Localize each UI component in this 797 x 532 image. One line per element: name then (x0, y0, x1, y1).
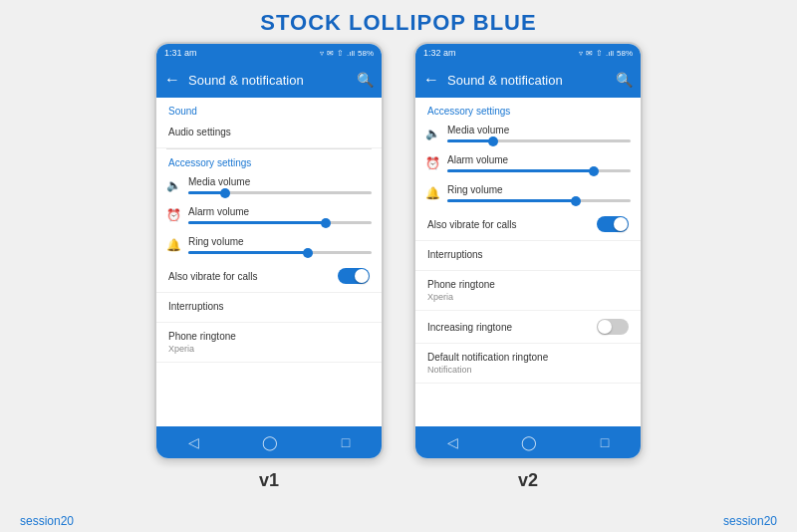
v2-alarm-fill (447, 169, 594, 172)
footer-left: session20 (20, 514, 74, 528)
v1-media-volume-icon: 🔈 (166, 178, 180, 192)
v2-media-volume: 🔈 Media volume (415, 119, 641, 148)
v2-recents-nav[interactable]: □ (601, 434, 609, 450)
v2-phone-ringtone[interactable]: Phone ringtone Xperia (415, 271, 641, 311)
v2-status-icons: ▿ ✉ ⇧ .ıll 58% (579, 49, 633, 58)
v1-label: v1 (259, 470, 279, 491)
v1-vibrate-row[interactable]: Also vibrate for calls (156, 260, 382, 293)
v1-wrapper: 1:31 am ▿ ✉ ⇧ .ıll 58% ← Sound & notific… (154, 42, 384, 491)
v2-phone: 1:32 am ▿ ✉ ⇧ .ıll 58% ← Sound & notific… (413, 42, 643, 460)
v2-increasing-ringtone-label: Increasing ringtone (427, 322, 597, 333)
v1-alarm-slider[interactable] (188, 221, 372, 224)
v1-ring-volume-icon: 🔔 (166, 238, 180, 252)
v1-vibrate-toggle[interactable] (338, 268, 370, 284)
v1-ring-volume-label: Ring volume (188, 236, 372, 247)
v2-default-notification[interactable]: Default notification ringtone Notificati… (415, 344, 641, 384)
v1-vibrate-label: Also vibrate for calls (168, 271, 338, 282)
v2-alarm-volume-icon: ⏰ (425, 156, 439, 170)
v2-ring-volume-label: Ring volume (447, 184, 631, 195)
v2-increasing-ringtone-toggle[interactable] (597, 319, 629, 335)
v1-media-volume: 🔈 Media volume (156, 170, 382, 200)
v2-ring-volume: 🔔 Ring volume (415, 178, 641, 208)
v1-app-bar: ← Sound & notification 🔍 (156, 62, 382, 98)
v2-accessory-header: Accessory settings (415, 98, 641, 119)
v1-audio-settings[interactable]: Audio settings (156, 119, 382, 148)
v2-alarm-thumb[interactable] (589, 166, 599, 176)
v1-nav-bar: ◁ ◯ □ (156, 426, 382, 458)
v2-alarm-slider[interactable] (447, 169, 631, 172)
v1-ring-thumb[interactable] (303, 248, 313, 258)
v1-back-button[interactable]: ← (164, 71, 180, 89)
v1-status-icons: ▿ ✉ ⇧ .ıll 58% (320, 49, 374, 58)
v2-media-volume-icon: 🔈 (425, 127, 439, 140)
v1-app-bar-title: Sound & notification (188, 73, 349, 88)
v2-vibrate-toggle[interactable] (597, 216, 629, 232)
v1-content: Sound Audio settings Accessory settings … (156, 98, 382, 426)
v2-vibrate-label: Also vibrate for calls (427, 219, 597, 230)
v2-search-icon[interactable]: 🔍 (616, 72, 633, 88)
v1-recents-nav[interactable]: □ (342, 434, 350, 450)
v2-nav-bar: ◁ ◯ □ (415, 426, 641, 458)
v2-vibrate-knob (614, 217, 628, 231)
footer-right: session20 (723, 514, 777, 528)
v1-search-icon[interactable]: 🔍 (357, 72, 374, 88)
v2-time: 1:32 am (423, 48, 456, 58)
v2-ring-thumb[interactable] (571, 196, 581, 206)
v2-alarm-volume-label: Alarm volume (447, 154, 631, 165)
v2-increasing-knob (598, 320, 612, 334)
v2-app-bar: ← Sound & notification 🔍 (415, 62, 641, 98)
v1-vibrate-knob (355, 269, 369, 283)
v1-media-slider[interactable] (188, 191, 372, 194)
v2-back-nav[interactable]: ◁ (447, 434, 458, 450)
v2-ring-volume-icon: 🔔 (425, 186, 439, 200)
v2-media-volume-label: Media volume (447, 125, 631, 135)
v1-ring-slider[interactable] (188, 251, 372, 254)
v2-media-fill (447, 139, 493, 142)
v2-interruptions[interactable]: Interruptions (415, 241, 641, 271)
v2-status-bar: 1:32 am ▿ ✉ ⇧ .ıll 58% (415, 44, 641, 62)
v2-ring-fill (447, 199, 576, 202)
v1-alarm-fill (188, 221, 326, 224)
v1-sound-header: Sound (156, 98, 382, 119)
page-container: STOCK LOLLIPOP BLUE 1:31 am ▿ ✉ ⇧ .ıll 5… (0, 0, 797, 532)
v1-media-thumb[interactable] (220, 188, 230, 198)
v1-phone: 1:31 am ▿ ✉ ⇧ .ıll 58% ← Sound & notific… (154, 42, 384, 460)
v2-app-bar-title: Sound & notification (447, 73, 608, 88)
v1-media-volume-label: Media volume (188, 176, 372, 187)
v2-home-nav[interactable]: ◯ (521, 434, 537, 450)
v2-ring-slider[interactable] (447, 199, 631, 202)
v1-ring-volume: 🔔 Ring volume (156, 230, 382, 260)
footer: session20 session20 (0, 512, 797, 532)
v1-alarm-volume-label: Alarm volume (188, 206, 372, 217)
v1-status-bar: 1:31 am ▿ ✉ ⇧ .ıll 58% (156, 44, 382, 62)
page-title: STOCK LOLLIPOP BLUE (260, 0, 536, 42)
v1-time: 1:31 am (164, 48, 197, 58)
v1-alarm-thumb[interactable] (321, 218, 331, 228)
v1-alarm-volume: ⏰ Alarm volume (156, 200, 382, 230)
v2-label: v2 (518, 470, 538, 491)
v1-back-nav[interactable]: ◁ (188, 434, 199, 450)
v2-content: Accessory settings 🔈 Media volume (415, 98, 641, 426)
phones-row: 1:31 am ▿ ✉ ⇧ .ıll 58% ← Sound & notific… (125, 42, 672, 512)
v1-ring-fill (188, 251, 308, 254)
v1-home-nav[interactable]: ◯ (262, 434, 278, 450)
v1-interruptions[interactable]: Interruptions (156, 293, 382, 323)
v2-vibrate-row[interactable]: Also vibrate for calls (415, 208, 641, 241)
v2-alarm-volume: ⏰ Alarm volume (415, 148, 641, 178)
v2-increasing-ringtone-row[interactable]: Increasing ringtone (415, 311, 641, 344)
v2-media-thumb[interactable] (488, 136, 498, 146)
v2-back-button[interactable]: ← (423, 71, 439, 89)
v2-media-slider[interactable] (447, 139, 631, 142)
v1-phone-ringtone[interactable]: Phone ringtone Xperia (156, 323, 382, 363)
v1-accessory-header: Accessory settings (156, 149, 382, 170)
v1-alarm-volume-icon: ⏰ (166, 208, 180, 222)
v2-wrapper: 1:32 am ▿ ✉ ⇧ .ıll 58% ← Sound & notific… (413, 42, 643, 491)
